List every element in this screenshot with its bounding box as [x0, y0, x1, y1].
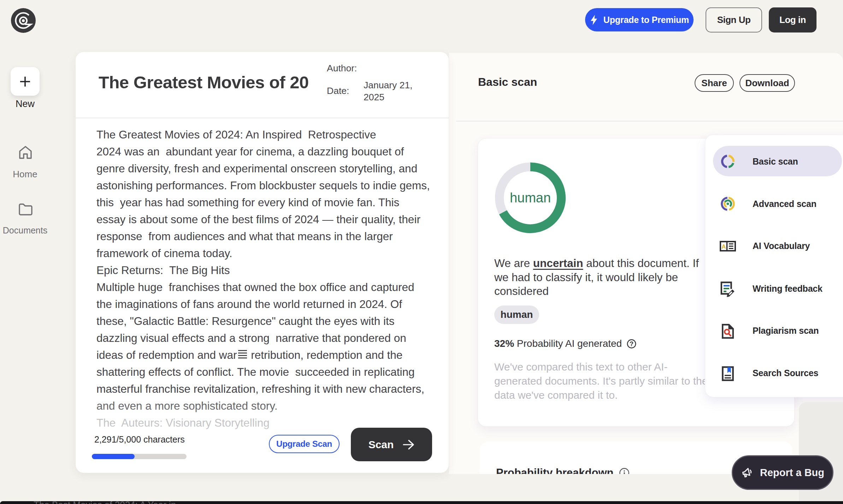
svg-text:A: A	[721, 243, 726, 250]
svg-text:?: ?	[630, 340, 633, 348]
